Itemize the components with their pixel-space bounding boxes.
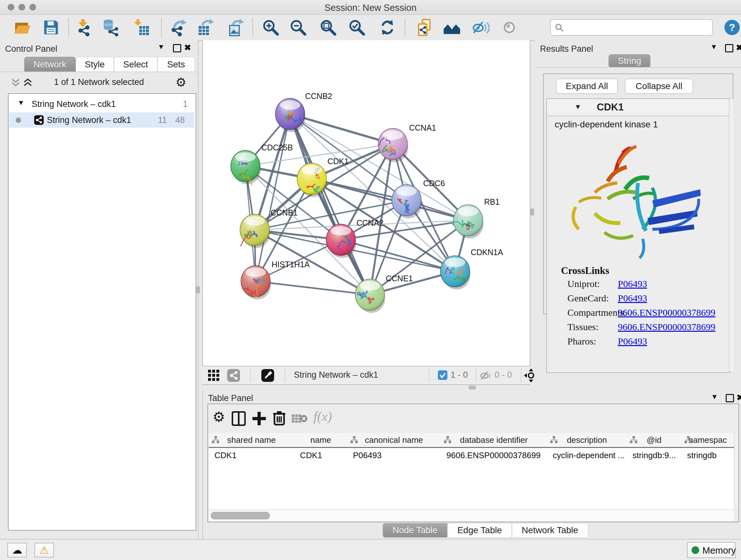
column-header-database-identifier[interactable]: database identifier (441, 433, 548, 447)
column-header-description[interactable]: description (547, 433, 627, 447)
panel-menu-icon[interactable]: ▼ (711, 43, 718, 51)
network-node-ccne1[interactable] (355, 279, 385, 313)
collapse-collection-icon[interactable]: ▼ (17, 95, 24, 111)
tab-string[interactable]: String (609, 54, 650, 68)
protein-section-header[interactable]: ▼ CDK1 (547, 99, 730, 116)
network-node-rb1[interactable] (453, 205, 483, 239)
tab-style[interactable]: Style (76, 57, 114, 72)
column-header-shared-name[interactable]: shared name (209, 433, 295, 447)
export-table-icon[interactable] (197, 18, 215, 37)
float-panel-icon[interactable] (726, 394, 734, 402)
vertical-scrollbar[interactable] (734, 433, 738, 509)
left-splitter-handle[interactable] (196, 286, 200, 294)
column-header-name[interactable]: name (294, 433, 348, 447)
network-node-ccnb2[interactable] (275, 98, 306, 132)
show-panel-eye-icon[interactable] (500, 18, 518, 37)
expand-all-button[interactable]: Expand All (556, 78, 618, 94)
network-node-ccnb1[interactable] (240, 214, 270, 248)
export-image-icon[interactable] (227, 18, 245, 37)
network-canvas[interactable]: CCNB2CCNA1CDC25BCDK1CDC6RB1CCNB1CCNA2CDK… (202, 40, 530, 366)
search-input[interactable] (550, 19, 713, 36)
import-table-icon[interactable] (132, 18, 150, 37)
table-row[interactable]: CDK1CDK1P064939606.ENSP00000378699cyclin… (209, 448, 734, 462)
refresh-icon[interactable] (379, 18, 396, 37)
network-graph[interactable]: CCNB2CCNA1CDC25BCDK1CDC6RB1CCNB1CCNA2CDK… (203, 40, 531, 366)
save-session-icon[interactable] (42, 18, 60, 37)
import-database-icon[interactable] (103, 18, 120, 37)
right-splitter-handle[interactable] (530, 208, 534, 216)
tab-network[interactable]: Network (24, 57, 76, 72)
birds-eye-view-icon[interactable] (261, 369, 274, 382)
network-node-cdc25b[interactable] (231, 150, 261, 186)
memory-button[interactable]: Memory (687, 542, 736, 558)
clone-network-icon[interactable] (415, 18, 433, 37)
network-collection-row[interactable]: ▼ String Network – cdk1 1 (9, 97, 194, 112)
network-row-selected[interactable]: String Network – cdk1 11 48 (9, 112, 194, 128)
network-node-hist1h1a[interactable] (241, 266, 271, 300)
crosslink-value-link[interactable]: P06493 (618, 293, 647, 304)
float-panel-icon[interactable] (725, 44, 733, 52)
show-columns-icon[interactable] (232, 411, 246, 426)
export-network-icon[interactable] (170, 18, 187, 37)
expand-all-networks-icon[interactable] (11, 77, 20, 87)
table-cell[interactable]: CDK1 (294, 448, 347, 462)
table-cell[interactable]: P06493 (347, 448, 441, 462)
tab-edge-table[interactable]: Edge Table (448, 523, 512, 538)
selected-checkbox-icon[interactable] (438, 370, 448, 380)
tab-network-table[interactable]: Network Table (512, 523, 588, 538)
close-panel-icon[interactable]: ✖ (184, 43, 191, 53)
hide-panel-eye-icon[interactable] (472, 18, 489, 37)
network-edge[interactable] (256, 114, 290, 281)
collapse-all-networks-icon[interactable] (23, 77, 32, 87)
collapse-all-button[interactable]: Collapse All (625, 78, 693, 94)
collapse-section-icon[interactable]: ▼ (575, 103, 582, 111)
network-node-cdkn1a[interactable] (441, 256, 470, 290)
horizontal-scrollbar-thumb[interactable] (211, 512, 270, 519)
close-panel-icon[interactable]: ✖ (737, 393, 741, 402)
tab-sets[interactable]: Sets (157, 57, 195, 72)
crosslink-value-link[interactable]: 9606.ENSP00000378699 (618, 307, 716, 318)
column-header-canonical-name[interactable]: canonical name (347, 433, 441, 447)
help-icon[interactable]: ? (724, 19, 740, 36)
cloud-status-button[interactable]: ☁ (7, 543, 27, 557)
zoom-selected-icon[interactable] (348, 18, 366, 37)
crosslink-value-link[interactable]: P06493 (618, 278, 647, 289)
home-networks-icon[interactable] (443, 18, 461, 37)
table-cell[interactable]: CDK1 (209, 448, 294, 462)
warning-button[interactable]: ⚠ (35, 543, 54, 557)
zoom-out-icon[interactable] (289, 18, 307, 37)
tab-select[interactable]: Select (114, 57, 157, 72)
crosslink-value-link[interactable]: 9606.ENSP00000378699 (618, 321, 716, 332)
results-scrollbar[interactable] (729, 99, 733, 371)
network-thumbnail-icon[interactable] (227, 369, 240, 382)
protein-section: ▼ CDK1 cyclin-dependent kinase 1 (546, 98, 730, 373)
float-panel-icon[interactable] (173, 44, 181, 52)
open-session-icon[interactable] (13, 18, 31, 37)
zoom-in-icon[interactable] (262, 18, 280, 37)
network-node-ccna2[interactable] (326, 224, 356, 258)
crosslink-value-link[interactable]: P06493 (618, 336, 647, 347)
network-options-gear-icon[interactable]: ⚙ (176, 75, 186, 89)
table-cell[interactable]: 9606.ENSP00000378699 (441, 448, 547, 462)
close-panel-icon[interactable]: ✖ (736, 43, 741, 53)
zoom-fit-icon[interactable] (319, 18, 337, 37)
add-column-icon[interactable] (252, 411, 266, 426)
table-cell[interactable]: stringdb (681, 448, 734, 462)
tab-node-table[interactable]: Node Table (383, 523, 448, 538)
horizontal-scrollbar[interactable] (209, 509, 734, 521)
grid-view-icon[interactable] (208, 370, 219, 381)
network-node-cdc6[interactable] (392, 185, 422, 219)
panel-menu-icon[interactable]: ▼ (158, 43, 165, 51)
network-node-ccna1[interactable] (378, 128, 408, 162)
column-header-namespac[interactable]: namespac (681, 433, 735, 447)
network-edge[interactable] (256, 281, 370, 295)
table-cell[interactable]: stringdb:9... (627, 448, 681, 462)
import-network-icon[interactable] (75, 18, 92, 37)
network-node-cdk1[interactable] (297, 163, 327, 197)
column-header--id[interactable]: @id (627, 433, 682, 447)
delete-column-trash-icon[interactable] (273, 411, 286, 426)
table-panel-splitter-handle[interactable] (468, 386, 476, 389)
panel-menu-icon[interactable]: ▼ (711, 393, 718, 401)
table-settings-gear-icon[interactable]: ⚙ (212, 409, 225, 425)
table-cell[interactable]: cyclin-dependent ... (547, 448, 627, 462)
